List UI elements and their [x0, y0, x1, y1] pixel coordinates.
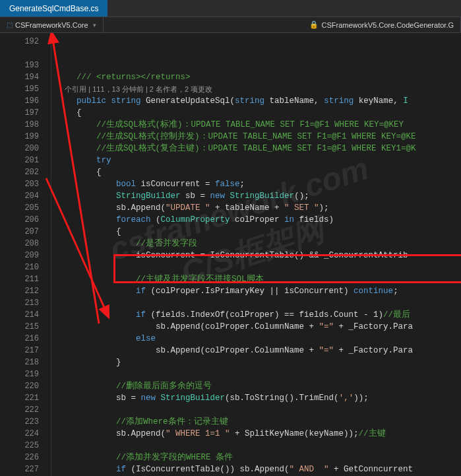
code-line[interactable]: else	[57, 333, 461, 345]
padlock-icon: 🔒	[309, 20, 319, 29]
code-line[interactable]: if (fields.IndexOf(colProper) == fields.…	[57, 309, 461, 321]
code-line[interactable]	[57, 440, 461, 452]
line-number: 204	[0, 190, 39, 202]
line-number: 196	[0, 95, 39, 107]
code-line[interactable]: //删除最后面多余的逗号	[57, 380, 461, 392]
line-number: 192	[0, 36, 39, 48]
code-line[interactable]: sb.Append(colProper.ColumnName + "=" + _…	[57, 321, 461, 333]
line-number: 217	[0, 345, 39, 357]
code-content[interactable]: /// <returns></returns> 个引用 | 111，13 分钟前…	[51, 33, 461, 476]
line-number: 225	[0, 440, 39, 452]
line-number: 206	[0, 214, 39, 226]
code-line[interactable]: foreach (ColumnProperty colProper in fie…	[57, 214, 461, 226]
line-number: 213	[0, 297, 39, 309]
code-line[interactable]: sb = new StringBuilder(sb.ToString().Tri…	[57, 392, 461, 404]
line-number: 222	[0, 404, 39, 416]
file-tab-label: GenerateSqlCmdBase.cs	[9, 4, 98, 13]
line-number: 193	[0, 59, 39, 71]
code-line[interactable]	[57, 261, 461, 273]
line-number: 212	[0, 285, 39, 297]
code-line[interactable]: //生成SQL格式(标准)：UPDATE TABLE_NAME SET F1=@…	[57, 119, 461, 131]
code-line[interactable]: //生成SQL格式(控制并发)：UPDATE TABLE_NAME SET F1…	[57, 131, 461, 143]
line-number: 195	[0, 83, 39, 95]
line-number: 221	[0, 392, 39, 404]
line-number: 210	[0, 261, 39, 273]
code-line[interactable]: sb.Append(" WHERE 1=1 " + SplitKeyName(k…	[57, 428, 461, 440]
code-line[interactable]: //添加并发字段的WHERE 条件	[57, 452, 461, 463]
code-line[interactable]	[57, 368, 461, 380]
line-number: 226	[0, 452, 39, 463]
code-line[interactable]: bool isConcurrent = false;	[57, 178, 461, 190]
line-number: 220	[0, 380, 39, 392]
line-number: 224	[0, 428, 39, 440]
code-line[interactable]: StringBuilder sb = new StringBuilder();	[57, 190, 461, 202]
code-line[interactable]: isConcurrent = IsConcurrentTable() && _C…	[57, 250, 461, 261]
line-number: 200	[0, 143, 39, 154]
line-number: 194	[0, 71, 39, 83]
line-number-gutter: 1921931941951961971981992002012022032042…	[0, 33, 51, 476]
line-number: 202	[0, 166, 39, 178]
line-number: 223	[0, 416, 39, 428]
tab-bar: GenerateSqlCmdBase.cs	[0, 0, 461, 17]
code-line[interactable]: if (IsConcurrentTable()) sb.Append(" AND…	[57, 463, 461, 475]
namespace-dropdown[interactable]: ⬚ CSFrameworkV5.Core ▾	[0, 17, 104, 32]
file-tab[interactable]: GenerateSqlCmdBase.cs	[0, 0, 108, 17]
code-line[interactable]: }	[57, 357, 461, 368]
line-number: 208	[0, 238, 39, 250]
line-number: 203	[0, 178, 39, 190]
line-number: 218	[0, 357, 39, 368]
codelens[interactable]: 个引用 | 111，13 分钟前 | 2 名作者，2 项更改	[57, 83, 461, 95]
line-number: 227	[0, 463, 39, 475]
code-line[interactable]: public string GenerateUpdateSql(string t…	[57, 95, 461, 107]
line-number: 201	[0, 154, 39, 166]
code-line[interactable]: sb.Append("UPDATE " + tableName + " SET …	[57, 202, 461, 214]
line-number: 211	[0, 273, 39, 285]
code-line[interactable]: {	[57, 107, 461, 119]
code-line[interactable]: {	[57, 166, 461, 178]
chevron-down-icon: ▾	[93, 22, 96, 28]
line-number: 198	[0, 119, 39, 131]
code-line[interactable]: //生成SQL格式(复合主键)：UPDATE TABLE_NAME SET F1…	[57, 143, 461, 154]
code-line[interactable]: //主键及并发字段不拼接SQL脚本	[57, 273, 461, 285]
class-dropdown[interactable]: 🔒 CSFrameworkV5.Core.CodeGenerator.G	[303, 17, 461, 32]
namespace-label: CSFrameworkV5.Core	[15, 21, 88, 29]
code-line[interactable]: {	[57, 226, 461, 238]
code-line[interactable]: sb.Append(colProper.ColumnName + "=" + _…	[57, 345, 461, 357]
line-number: 216	[0, 333, 39, 345]
code-line[interactable]: /// <returns></returns>	[57, 71, 461, 83]
code-line[interactable]: if (colProper.IsPrimaryKey || isConcurre…	[57, 285, 461, 297]
csharp-project-icon: ⬚	[7, 21, 13, 28]
codelens-blank	[0, 48, 39, 59]
line-number: 215	[0, 321, 39, 333]
code-editor[interactable]: 1921931941951961971981992002012022032042…	[0, 33, 461, 476]
line-number: 209	[0, 250, 39, 261]
code-line[interactable]: //添加Where条件：记录主键	[57, 416, 461, 428]
code-line[interactable]: //是否并发字段	[57, 238, 461, 250]
code-line[interactable]	[57, 297, 461, 309]
line-number: 219	[0, 368, 39, 380]
line-number: 197	[0, 107, 39, 119]
line-number: 207	[0, 226, 39, 238]
class-label: CSFrameworkV5.Core.CodeGenerator.G	[321, 21, 454, 29]
line-number: 199	[0, 131, 39, 143]
line-number: 214	[0, 309, 39, 321]
navigation-bar: ⬚ CSFrameworkV5.Core ▾ 🔒 CSFrameworkV5.C…	[0, 17, 461, 33]
code-line[interactable]	[57, 404, 461, 416]
line-number: 205	[0, 202, 39, 214]
code-line[interactable]: try	[57, 154, 461, 166]
